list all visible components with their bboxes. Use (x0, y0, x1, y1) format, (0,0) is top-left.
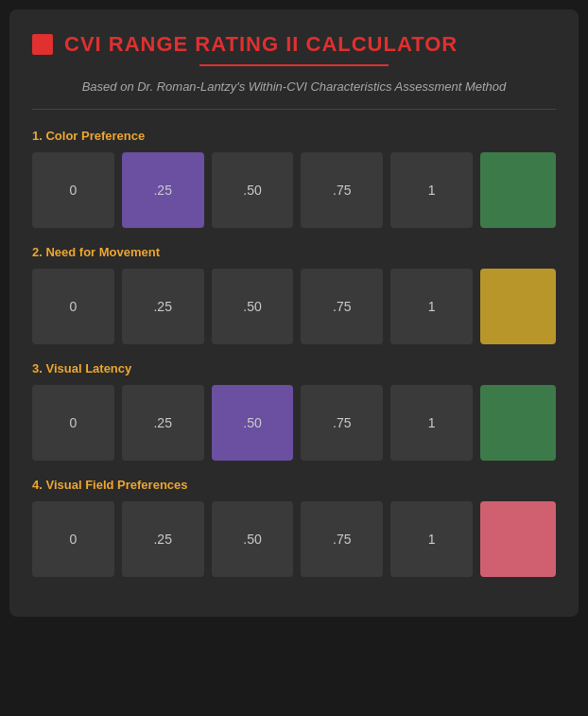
option-cell[interactable]: .25 (122, 501, 204, 577)
option-cell[interactable]: 1 (390, 385, 473, 461)
section-2-label: 2. Need for Movement (32, 245, 556, 259)
section-3-swatch (480, 385, 556, 461)
app-subtitle: Based on Dr. Roman-Lantzy's Within-CVI C… (32, 79, 556, 110)
section-2-swatch (480, 269, 556, 344)
option-cell[interactable]: 0 (32, 385, 114, 461)
option-cell[interactable]: .50 (212, 501, 294, 577)
section-1-swatch (480, 152, 556, 228)
section-visual-latency: 3. Visual Latency 0 .25 .50 .75 1 (32, 361, 556, 461)
option-cell[interactable]: .75 (301, 501, 383, 577)
section-2-options-row: 0 .25 .50 .75 1 (32, 269, 556, 344)
section-visual-field-preferences: 4. Visual Field Preferences 0 .25 .50 .7… (32, 478, 556, 577)
option-cell[interactable]: .50 (212, 269, 294, 344)
section-1-options-row: 0 .25 .50 .75 1 (32, 152, 556, 228)
option-cell[interactable]: 0 (32, 501, 114, 577)
option-cell[interactable]: .75 (301, 269, 383, 344)
section-need-for-movement: 2. Need for Movement 0 .25 .50 .75 1 (32, 245, 556, 344)
section-3-label: 3. Visual Latency (32, 361, 556, 375)
option-cell[interactable]: .50 (212, 152, 294, 228)
red-square-icon (32, 34, 53, 55)
section-3-options-row: 0 .25 .50 .75 1 (32, 385, 556, 461)
option-cell[interactable]: 1 (390, 501, 473, 577)
section-4-options-row: 0 .25 .50 .75 1 (32, 501, 556, 577)
option-cell[interactable]: 1 (390, 269, 473, 344)
option-cell[interactable]: 0 (32, 269, 114, 344)
option-cell[interactable]: .25 (122, 269, 204, 344)
header: CVI RANGE RATING II CALCULATOR (32, 32, 556, 57)
option-cell[interactable]: .75 (301, 385, 383, 461)
option-cell[interactable]: .75 (301, 152, 383, 228)
header-divider (199, 64, 389, 66)
option-cell[interactable]: .25 (122, 385, 204, 461)
section-4-swatch (480, 501, 556, 577)
option-cell[interactable]: .50 (212, 385, 294, 461)
option-cell[interactable]: 1 (390, 152, 473, 228)
option-cell[interactable]: 0 (32, 152, 114, 228)
option-cell[interactable]: .25 (122, 152, 204, 228)
section-4-label: 4. Visual Field Preferences (32, 478, 556, 492)
section-1-label: 1. Color Preference (32, 129, 556, 143)
app-title: CVI RANGE RATING II CALCULATOR (64, 32, 458, 57)
calculator-container: CVI RANGE RATING II CALCULATOR Based on … (9, 9, 579, 617)
section-color-preference: 1. Color Preference 0 .25 .50 .75 1 (32, 129, 556, 228)
